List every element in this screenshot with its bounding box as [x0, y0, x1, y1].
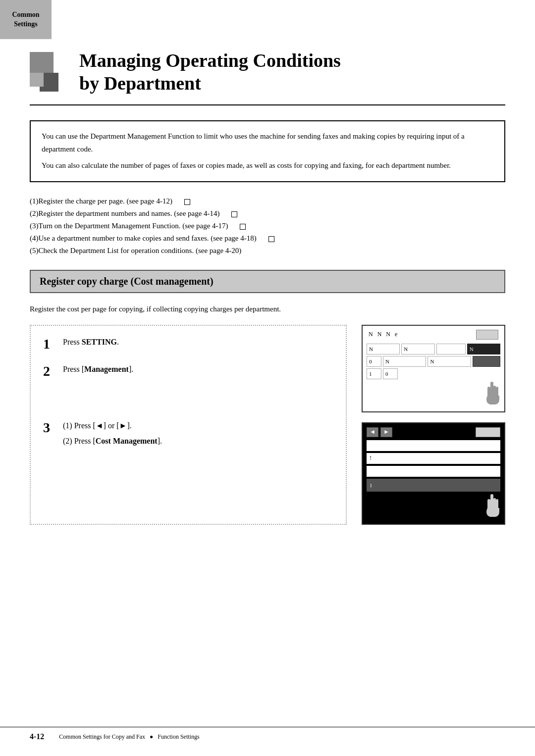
step-number-2: 2 [43, 363, 63, 380]
step-content-1: Press SETTING. [63, 336, 333, 349]
step-1: 1 Press SETTING. [43, 336, 333, 353]
screen1-title: N N N e [369, 331, 399, 338]
right-arrow-icon: ► [119, 421, 127, 430]
screen1-cell-empty [436, 344, 466, 354]
screen1-cell: 1 [367, 368, 381, 379]
step-content-3: (1) Press [◄] or [►]. (2) Press [Cost Ma… [63, 419, 333, 448]
page-title: Managing Operating Conditions by Departm… [79, 50, 505, 95]
screen-1: N N N e N N N 0 N N [362, 325, 505, 412]
footer-page-number: 4-12 [30, 732, 44, 741]
info-para2: You can also calculate the number of pag… [42, 159, 493, 172]
info-box: You can use the Department Management Fu… [30, 120, 505, 182]
screen1-cell: 0 [367, 356, 381, 367]
prereqs-list: (1)Register the charge per page. (see pa… [30, 197, 505, 255]
section-description: Register the cost per page for copying, … [30, 303, 505, 315]
checkbox-3 [240, 224, 246, 230]
svg-rect-2 [496, 387, 498, 397]
screen1-button [476, 330, 498, 340]
svg-rect-5 [493, 498, 496, 509]
checkbox-2 [231, 211, 237, 217]
section-header-text: Register copy charge (Cost management) [40, 276, 214, 287]
cost-management-label: Cost Management [96, 437, 158, 445]
screen-2: ◄ ► ! 1 [362, 422, 505, 525]
prereq-3: (3)Turn on the Department Management Fun… [30, 222, 505, 230]
svg-rect-1 [493, 386, 496, 397]
step-content-2: Press [Management]. [63, 363, 333, 376]
prereq-5: (5)Check the Department List for operati… [30, 247, 505, 255]
hand-cursor-1 [367, 382, 500, 407]
screen1-cell: 0 [383, 368, 398, 379]
screen1-cell: N [383, 356, 426, 367]
footer-text-1: Common Settings for Copy and Fax [59, 733, 145, 740]
step-3: 3 (1) Press [◄] or [►]. (2) Press [Cost … [43, 419, 333, 448]
prereq-1: (1)Register the charge per page. (see pa… [30, 197, 505, 205]
svg-rect-6 [496, 499, 498, 509]
svg-rect-4 [490, 494, 493, 509]
screen1-cell: N [428, 356, 471, 367]
screen2-right-arrow: ► [380, 427, 392, 437]
common-settings-tab: Common Settings [0, 0, 52, 39]
step-number-1: 1 [43, 336, 63, 353]
step-number-3: 3 [43, 419, 63, 436]
info-para1: You can use the Department Management Fu… [42, 130, 493, 155]
title-icon [30, 52, 69, 92]
screen1-cell: N [367, 344, 400, 354]
svg-rect-7 [487, 499, 490, 509]
prereq-4: (4)Use a department number to make copie… [30, 234, 505, 243]
svg-rect-3 [487, 387, 490, 397]
svg-rect-0 [490, 382, 493, 397]
checkbox-1 [184, 199, 190, 205]
screen-mockups: N N N e N N N 0 N N [362, 325, 505, 525]
steps-container: 1 Press SETTING. 2 Press [Management]. 3… [30, 325, 505, 525]
step-2: 2 Press [Management]. [43, 363, 333, 380]
screen2-row-selected: 1 [367, 479, 500, 492]
footer-text-2: Function Settings [158, 733, 199, 740]
section-header: Register copy charge (Cost management) [30, 270, 505, 293]
left-arrow-icon: ◄ [96, 421, 104, 430]
prereq-2: (2)Register the department numbers and n… [30, 209, 505, 218]
screen2-button [476, 427, 500, 437]
screen1-cell-selected [473, 356, 500, 367]
screen2-row-1 [367, 440, 500, 451]
screen1-cell: N [401, 344, 434, 354]
title-text: Managing Operating Conditions by Departm… [79, 50, 505, 95]
footer: 4-12 Common Settings for Copy and Fax ● … [0, 727, 535, 746]
screen1-cell-dark: N [467, 344, 500, 354]
screen2-left-arrow: ◄ [367, 427, 378, 437]
steps-dotted-border: 1 Press SETTING. 2 Press [Management]. 3… [30, 325, 347, 525]
checkbox-4 [268, 236, 274, 242]
title-section: Managing Operating Conditions by Departm… [30, 50, 505, 105]
hand-cursor-2 [367, 494, 500, 520]
footer-bullet: ● [150, 733, 153, 740]
screen2-row-3 [367, 466, 500, 477]
screen2-row-2: ! [367, 453, 500, 464]
